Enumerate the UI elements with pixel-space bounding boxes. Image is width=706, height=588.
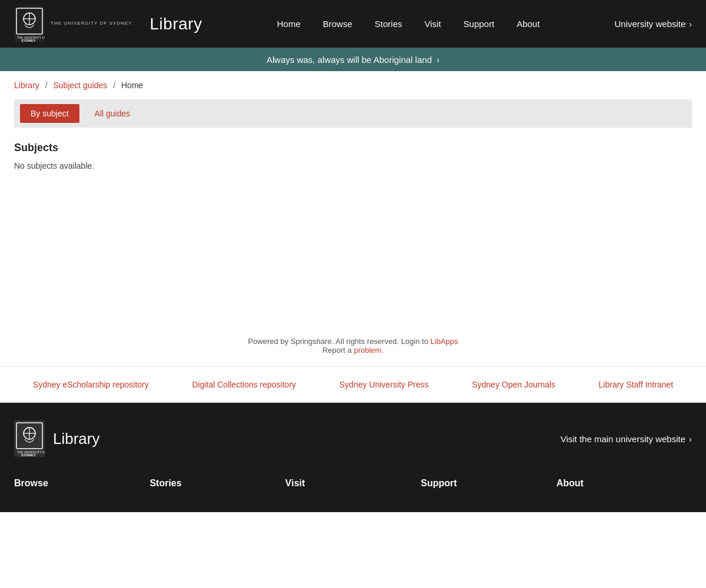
footer-chevron-right-icon: ›	[689, 434, 692, 444]
header-nav: Home Browse Stories Visit Support About	[202, 13, 615, 35]
quick-link-item[interactable]: Sydney University Press	[339, 380, 429, 389]
nav-stories[interactable]: Stories	[364, 13, 413, 35]
breadcrumb-current: Home	[121, 81, 143, 90]
aboriginal-banner-text: Always was, always will be Aboriginal la…	[267, 55, 432, 65]
tab-by-subject[interactable]: By subject	[20, 104, 79, 123]
nav-visit[interactable]: Visit	[414, 13, 452, 35]
powered-by-section: Powered by Springshare. All rights reser…	[0, 313, 706, 366]
svg-text:SYDNEY: SYDNEY	[21, 453, 36, 457]
footer-nav-item: Support	[421, 478, 556, 489]
footer-nav-item: Browse	[14, 478, 149, 489]
nav-about[interactable]: About	[506, 13, 550, 35]
quick-link-item[interactable]: Sydney eScholarship repository	[33, 380, 149, 389]
footer-university-link-label: Visit the main university website	[561, 434, 685, 444]
chevron-right-icon: ›	[689, 19, 692, 29]
footer-nav-item: About	[557, 478, 692, 489]
footer-logo: THE UNIVERSITY OF SYDNEY Library	[14, 420, 99, 457]
footer-nav-item: Visit	[285, 478, 421, 489]
libapps-link[interactable]: LibApps	[431, 337, 458, 346]
chevron-right-banner-icon: ›	[437, 55, 439, 65]
footer-library-label: Library	[53, 430, 99, 448]
problem-link[interactable]: problem.	[354, 346, 384, 355]
footer-nav-link[interactable]: About	[557, 478, 584, 488]
nav-support[interactable]: Support	[453, 13, 505, 35]
footer-nav-link[interactable]: Stories	[149, 478, 181, 488]
breadcrumb-separator-1: /	[45, 81, 48, 90]
university-name-small: THE UNIVERSITY OF SYDNEY	[51, 21, 132, 26]
breadcrumb-library-link[interactable]: Library	[14, 81, 39, 90]
no-subjects-text: No subjects available.	[14, 161, 692, 171]
nav-browse[interactable]: Browse	[312, 13, 363, 35]
site-footer: THE UNIVERSITY OF SYDNEY Library Visit t…	[0, 403, 706, 512]
tab-all-guides[interactable]: All guides	[84, 104, 141, 123]
quick-link-item[interactable]: Library Staff Intranet	[599, 380, 674, 389]
footer-crest-icon: THE UNIVERSITY OF SYDNEY	[14, 420, 45, 457]
header-library-label: Library	[150, 15, 202, 34]
footer-nav-link[interactable]: Support	[421, 478, 457, 488]
university-crest-icon: THE UNIVERSITY OF SYDNEY	[14, 6, 45, 42]
footer-university-link[interactable]: Visit the main university website ›	[561, 434, 692, 444]
breadcrumb: Library / Subject guides / Home	[0, 71, 706, 99]
subjects-title: Subjects	[14, 142, 692, 154]
aboriginal-banner-link[interactable]: Always was, always will be Aboriginal la…	[267, 55, 439, 65]
svg-text:SYDNEY: SYDNEY	[21, 39, 36, 42]
breadcrumb-subject-guides-link[interactable]: Subject guides	[53, 81, 107, 90]
login-to-text: Login to	[401, 337, 428, 346]
university-website-label: University website	[614, 19, 685, 29]
footer-nav-link[interactable]: Visit	[285, 478, 305, 488]
main-content: Subjects No subjects available.	[0, 137, 706, 313]
aboriginal-banner: Always was, always will be Aboriginal la…	[0, 48, 706, 71]
university-website-link[interactable]: University website ›	[614, 19, 692, 29]
header-logo-link[interactable]: THE UNIVERSITY OF SYDNEY THE UNIVERSITY …	[14, 6, 132, 42]
site-header: THE UNIVERSITY OF SYDNEY THE UNIVERSITY …	[0, 0, 706, 48]
report-prefix: Report a	[322, 346, 352, 355]
nav-home[interactable]: Home	[267, 13, 311, 35]
quick-links-bar: Sydney eScholarship repositoryDigital Co…	[0, 366, 706, 403]
powered-by-text: Powered by Springshare. All rights reser…	[248, 337, 399, 346]
footer-nav: BrowseStoriesVisitSupportAbout	[14, 478, 692, 489]
tab-bar: By subject All guides	[14, 99, 692, 128]
footer-nav-link[interactable]: Browse	[14, 478, 48, 488]
quick-link-item[interactable]: Digital Collections repository	[192, 380, 296, 389]
quick-link-item[interactable]: Sydney Open Journals	[472, 380, 555, 389]
breadcrumb-separator-2: /	[113, 81, 115, 90]
footer-nav-item: Stories	[149, 478, 285, 489]
